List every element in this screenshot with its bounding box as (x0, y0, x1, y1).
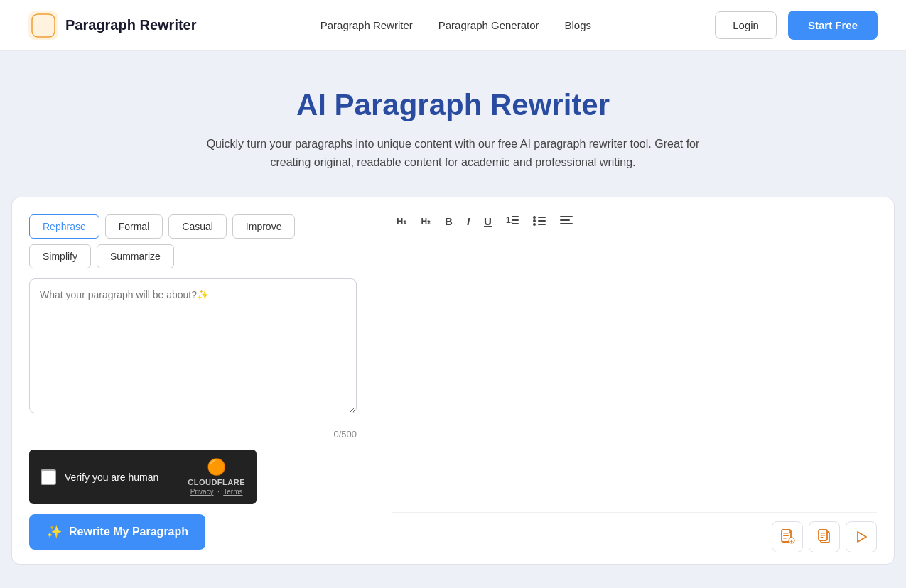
tab-formal[interactable]: Formal (105, 214, 163, 239)
toolbar-ordered-list-button[interactable]: 1. (501, 212, 524, 231)
captcha-label: Verify you are human (65, 472, 158, 483)
start-free-button[interactable]: Start Free (788, 11, 878, 40)
char-count: 0/500 (29, 429, 357, 440)
hero-title: AI Paragraph Rewriter (14, 88, 892, 122)
document-action-button[interactable]: ✦ (772, 521, 803, 552)
svg-point-8 (533, 219, 536, 222)
play-icon (854, 530, 868, 544)
editor-toolbar: H₁ H₂ B I U 1. (392, 212, 877, 241)
toolbar-unordered-list-button[interactable] (528, 212, 551, 231)
svg-rect-26 (821, 537, 824, 538)
navbar-links: Paragraph Rewriter Paragraph Generator B… (320, 19, 591, 31)
captcha-checkbox[interactable] (41, 469, 56, 485)
svg-text:✦: ✦ (789, 539, 794, 544)
tab-rephrase[interactable]: Rephrase (29, 214, 99, 239)
svg-rect-13 (560, 216, 573, 217)
captcha-left: Verify you are human (41, 469, 158, 485)
tab-simplify[interactable]: Simplify (29, 244, 91, 268)
toolbar-h2-button[interactable]: H₂ (416, 214, 436, 229)
play-action-button[interactable] (846, 521, 877, 552)
nav-link-paragraph-rewriter[interactable]: Paragraph Rewriter (320, 19, 413, 31)
copy-icon (816, 529, 832, 545)
svg-point-9 (533, 223, 536, 226)
cloudflare-cloud-icon: 🟠 (207, 458, 226, 477)
navbar: 📝 Paragraph Rewriter Paragraph Rewriter … (0, 0, 906, 51)
svg-rect-15 (560, 223, 573, 224)
nav-link-blogs[interactable]: Blogs (565, 19, 592, 31)
rewrite-button-label: Rewrite My Paragraph (69, 526, 188, 538)
svg-marker-27 (858, 532, 866, 542)
right-bottom-actions: ✦ (392, 512, 877, 552)
copy-action-button[interactable] (809, 521, 840, 552)
svg-point-7 (533, 216, 536, 219)
svg-rect-6 (512, 223, 519, 224)
svg-rect-5 (512, 219, 519, 221)
toolbar-italic-button[interactable]: I (462, 212, 475, 230)
tab-improve[interactable]: Improve (232, 214, 296, 239)
rewrite-button[interactable]: ✨ Rewrite My Paragraph (29, 514, 205, 550)
tool-container: Rephrase Formal Casual Improve Simplify … (11, 197, 895, 565)
svg-rect-18 (783, 535, 789, 537)
sparkle-icon: ✨ (46, 524, 62, 540)
captcha-right: 🟠 CLOUDFLARE Privacy · Terms (188, 458, 245, 496)
captcha-terms-link[interactable]: Terms (223, 488, 242, 496)
left-panel: Rephrase Formal Casual Improve Simplify … (11, 197, 374, 565)
captcha-box: Verify you are human 🟠 CLOUDFLARE Privac… (29, 450, 257, 504)
captcha-links: Privacy · Terms (190, 488, 243, 496)
ordered-list-icon: 1. (506, 214, 519, 226)
tabs: Rephrase Formal Casual Improve Simplify … (29, 214, 357, 268)
svg-rect-19 (783, 538, 787, 539)
nav-link-paragraph-generator[interactable]: Paragraph Generator (438, 19, 539, 31)
captcha-privacy-link[interactable]: Privacy (190, 488, 214, 496)
brand: 📝 Paragraph Rewriter (28, 11, 197, 40)
toolbar-h1-button[interactable]: H₁ (392, 213, 411, 229)
hero-section: AI Paragraph Rewriter Quickly turn your … (0, 51, 906, 197)
svg-rect-12 (538, 224, 546, 225)
align-icon (560, 214, 573, 226)
svg-rect-11 (538, 220, 546, 222)
svg-rect-1 (32, 14, 55, 37)
editor-body[interactable] (392, 251, 877, 512)
toolbar-align-button[interactable] (555, 212, 578, 231)
svg-rect-4 (512, 216, 519, 217)
svg-rect-10 (538, 217, 546, 218)
unordered-list-icon (533, 214, 546, 226)
toolbar-bold-button[interactable]: B (440, 212, 458, 230)
document-icon: ✦ (780, 529, 795, 545)
cloudflare-brand: CLOUDFLARE (188, 478, 245, 486)
svg-rect-14 (560, 219, 570, 221)
login-button[interactable]: Login (715, 11, 777, 39)
tab-summarize[interactable]: Summarize (97, 244, 174, 268)
navbar-actions: Login Start Free (715, 11, 878, 40)
brand-name: Paragraph Rewriter (65, 17, 197, 33)
paragraph-input[interactable] (29, 278, 357, 413)
svg-rect-17 (783, 533, 789, 534)
hero-description: Quickly turn your paragraphs into unique… (205, 135, 702, 171)
cloudflare-logo: 🟠 CLOUDFLARE Privacy · Terms (188, 458, 245, 496)
tab-casual[interactable]: Casual (168, 214, 227, 239)
brand-logo: 📝 (28, 11, 58, 40)
svg-rect-24 (821, 533, 826, 533)
textarea-wrapper (29, 278, 357, 416)
toolbar-underline-button[interactable]: U (479, 212, 497, 230)
svg-rect-25 (821, 535, 826, 535)
right-panel: H₁ H₂ B I U 1. (374, 197, 895, 565)
